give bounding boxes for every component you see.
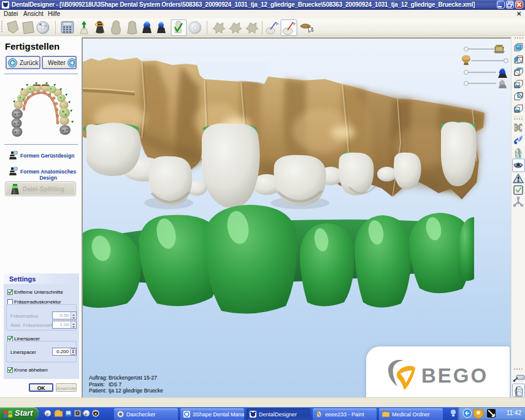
svg-text:e: e — [85, 411, 87, 417]
svg-text:e: e — [46, 411, 48, 417]
svg-text:BEGO: BEGO — [421, 364, 488, 387]
